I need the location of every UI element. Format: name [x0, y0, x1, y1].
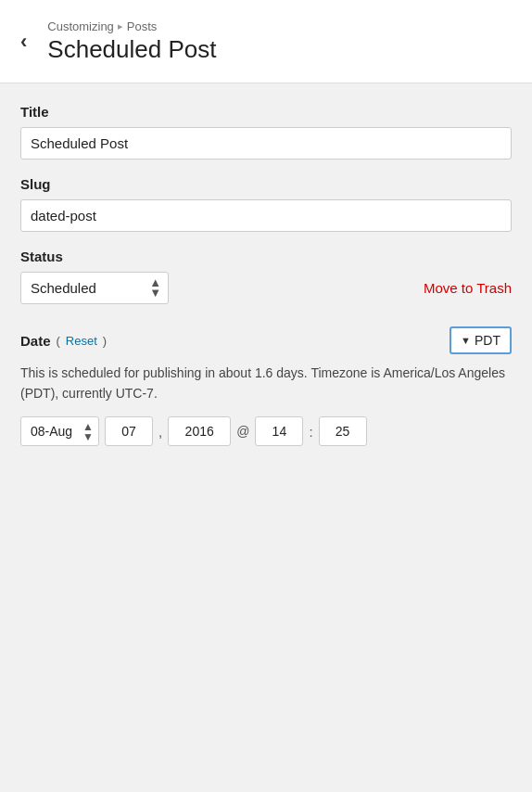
- date-section: Date ( Reset ) ▼ PDT This is scheduled f…: [20, 326, 512, 446]
- breadcrumb-separator: ▸: [118, 20, 123, 32]
- month-select-wrapper: 08-Aug 01-Jan 02-Feb 03-Mar 04-Apr 05-Ma…: [20, 416, 99, 446]
- slug-input[interactable]: [20, 199, 512, 232]
- header-text: Customizing ▸ Posts Scheduled Post: [47, 19, 216, 64]
- date-info-text: This is scheduled for publishing in abou…: [20, 364, 512, 403]
- date-header: Date ( Reset ) ▼ PDT: [20, 326, 512, 354]
- reset-close-paren: ): [103, 334, 107, 348]
- reset-link[interactable]: Reset: [66, 334, 97, 348]
- page-title: Scheduled Post: [47, 35, 216, 64]
- date-label-wrap: Date ( Reset ): [20, 333, 107, 349]
- move-to-trash-button[interactable]: Move to Trash: [424, 280, 512, 296]
- title-input[interactable]: [20, 127, 512, 160]
- status-select[interactable]: Scheduled Published Draft Pending Review: [20, 272, 169, 304]
- slug-label: Slug: [20, 176, 512, 192]
- header: ‹ Customizing ▸ Posts Scheduled Post: [0, 0, 532, 83]
- pdt-label: PDT: [475, 333, 500, 348]
- breadcrumb-customizing: Customizing: [47, 19, 114, 33]
- breadcrumb-posts: Posts: [127, 19, 158, 33]
- reset-open-paren: (: [57, 334, 60, 348]
- day-input[interactable]: [105, 416, 153, 446]
- status-label: Status: [20, 249, 512, 264]
- back-button[interactable]: ‹: [13, 28, 34, 56]
- breadcrumb: Customizing ▸ Posts: [47, 19, 216, 33]
- date-at-symbol: @: [236, 424, 249, 439]
- title-field-group: Title: [20, 104, 512, 160]
- status-field-group: Status Scheduled Published Draft Pending…: [20, 249, 512, 304]
- date-comma-sep: ,: [158, 424, 162, 440]
- date-label: Date: [20, 333, 51, 349]
- pdt-arrow-icon: ▼: [461, 335, 471, 346]
- minute-input[interactable]: [319, 416, 367, 446]
- status-select-wrapper: Scheduled Published Draft Pending Review…: [20, 272, 169, 304]
- slug-field-group: Slug: [20, 176, 512, 232]
- month-select[interactable]: 08-Aug 01-Jan 02-Feb 03-Mar 04-Apr 05-Ma…: [20, 416, 99, 446]
- date-inputs-row: 08-Aug 01-Jan 02-Feb 03-Mar 04-Apr 05-Ma…: [20, 416, 512, 446]
- date-colon-sep: :: [309, 424, 312, 440]
- year-input[interactable]: [168, 416, 231, 446]
- title-label: Title: [20, 104, 512, 120]
- hour-input[interactable]: [255, 416, 303, 446]
- pdt-button[interactable]: ▼ PDT: [450, 326, 512, 354]
- content-area: Title Slug Status Scheduled Published Dr…: [0, 83, 532, 474]
- status-row: Scheduled Published Draft Pending Review…: [20, 272, 512, 304]
